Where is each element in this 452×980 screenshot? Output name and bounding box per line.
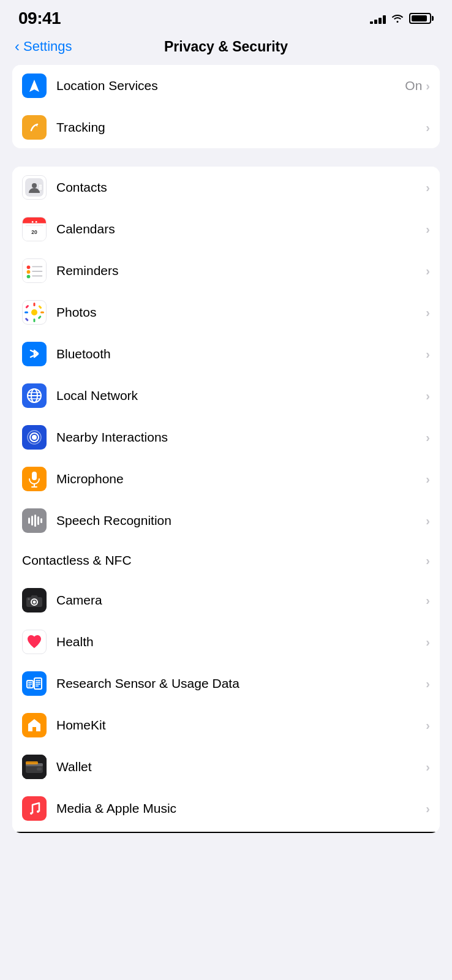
svg-rect-39 (31, 516, 33, 526)
location-services-label: Location Services (56, 78, 405, 93)
local-network-label: Local Network (56, 388, 426, 403)
wallet-icon (22, 755, 47, 779)
list-item-contactless-nfc[interactable]: Contactless & NFC › (12, 541, 440, 579)
svg-rect-17 (32, 276, 42, 277)
back-button[interactable]: ‹ Settings (15, 38, 72, 55)
camera-label: Camera (56, 593, 426, 608)
reminders-icon (22, 258, 47, 283)
list-item-local-network[interactable]: Local Network › (12, 375, 440, 417)
back-chevron-icon: ‹ (15, 38, 20, 55)
svg-point-46 (28, 598, 30, 600)
list-item-media-apple-music[interactable]: Media & Apple Music › (12, 788, 440, 833)
calendars-label: Calendars (56, 222, 426, 236)
homekit-icon (22, 713, 47, 737)
calendars-icon: ● ● 20 (22, 217, 47, 241)
local-network-chevron: › (426, 389, 430, 403)
media-apple-music-chevron: › (426, 802, 430, 816)
battery-icon (409, 13, 434, 24)
bluetooth-chevron: › (426, 347, 430, 361)
contacts-icon (22, 175, 47, 200)
list-item-calendars[interactable]: ● ● 20 Calendars › (12, 208, 440, 250)
health-label: Health (56, 635, 426, 649)
contactless-nfc-label: Contactless & NFC (22, 553, 426, 568)
media-apple-music-label: Media & Apple Music (56, 801, 426, 816)
location-services-icon (22, 74, 47, 98)
homekit-label: HomeKit (56, 718, 426, 733)
research-sensor-chevron: › (426, 677, 430, 691)
list-item-location-services[interactable]: Location Services On › (12, 65, 440, 107)
svg-point-13 (27, 270, 31, 274)
svg-rect-20 (34, 318, 36, 322)
list-item-speech-recognition[interactable]: Speech Recognition › (12, 500, 440, 541)
svg-rect-22 (40, 312, 44, 314)
speech-recognition-icon (22, 508, 47, 533)
svg-rect-16 (32, 271, 42, 272)
svg-rect-40 (34, 514, 36, 527)
svg-point-14 (27, 275, 31, 279)
svg-rect-38 (28, 518, 30, 524)
svg-rect-19 (34, 303, 36, 306)
photos-label: Photos (56, 305, 426, 320)
svg-rect-26 (38, 315, 42, 319)
svg-point-1 (32, 183, 37, 188)
nav-header: ‹ Settings Privacy & Security (0, 33, 452, 65)
nearby-interactions-icon (22, 425, 47, 450)
health-chevron: › (426, 635, 430, 649)
list-item-camera[interactable]: Camera › (12, 579, 440, 621)
research-sensor-label: Research Sensor & Usage Data (56, 676, 426, 691)
list-item-nearby-interactions[interactable]: Nearby Interactions › (12, 417, 440, 458)
health-icon (22, 630, 47, 654)
list-item-wallet[interactable]: Wallet › (12, 746, 440, 788)
bluetooth-label: Bluetooth (56, 347, 426, 361)
list-item-contacts[interactable]: Contacts › (12, 167, 440, 208)
wallet-chevron: › (426, 760, 430, 774)
speech-recognition-label: Speech Recognition (56, 513, 426, 528)
list-item-health[interactable]: Health › (12, 621, 440, 663)
contacts-chevron: › (426, 181, 430, 195)
svg-rect-60 (37, 767, 42, 771)
page-title: Privacy & Security (164, 39, 288, 55)
signal-icon (370, 13, 386, 24)
nearby-interactions-label: Nearby Interactions (56, 430, 426, 445)
svg-point-18 (31, 309, 37, 315)
research-sensor-icon (22, 671, 47, 696)
microphone-label: Microphone (56, 472, 426, 486)
photos-icon (22, 300, 47, 325)
list-item-research-sensor[interactable]: Research Sensor & Usage Data › (12, 663, 440, 704)
camera-icon (22, 588, 47, 612)
svg-rect-41 (37, 516, 39, 525)
status-bar: 09:41 (0, 0, 452, 33)
camera-chevron: › (426, 594, 430, 608)
svg-rect-51 (34, 678, 42, 689)
section-privacy: Contacts › ● ● 20 Calendars › (12, 167, 440, 833)
list-item-reminders[interactable]: Reminders › (12, 250, 440, 292)
bluetooth-icon (22, 342, 47, 366)
svg-rect-24 (38, 305, 42, 309)
svg-point-12 (27, 265, 31, 269)
list-item-photos[interactable]: Photos › (12, 292, 440, 333)
speech-recognition-chevron: › (426, 514, 430, 528)
contacts-label: Contacts (56, 180, 426, 195)
svg-rect-15 (32, 266, 42, 267)
tracking-icon (22, 115, 47, 140)
microphone-icon (22, 467, 47, 491)
contactless-nfc-chevron: › (426, 554, 430, 568)
section-location: Location Services On › Tracking › (12, 65, 440, 148)
list-item-homekit[interactable]: HomeKit › (12, 704, 440, 746)
svg-rect-35 (32, 472, 37, 480)
svg-rect-42 (40, 518, 42, 523)
status-icons (370, 12, 434, 26)
list-item-microphone[interactable]: Microphone › (12, 458, 440, 500)
media-apple-music-icon (22, 796, 47, 821)
reminders-chevron: › (426, 264, 430, 278)
nearby-interactions-chevron: › (426, 431, 430, 445)
list-item-bluetooth[interactable]: Bluetooth › (12, 333, 440, 375)
svg-rect-23 (25, 304, 29, 308)
reminders-label: Reminders (56, 263, 426, 278)
homekit-chevron: › (426, 718, 430, 733)
tracking-label: Tracking (56, 120, 426, 135)
calendars-chevron: › (426, 222, 430, 236)
wifi-icon (391, 12, 404, 26)
svg-text:20: 20 (31, 229, 37, 235)
list-item-tracking[interactable]: Tracking › (12, 107, 440, 148)
